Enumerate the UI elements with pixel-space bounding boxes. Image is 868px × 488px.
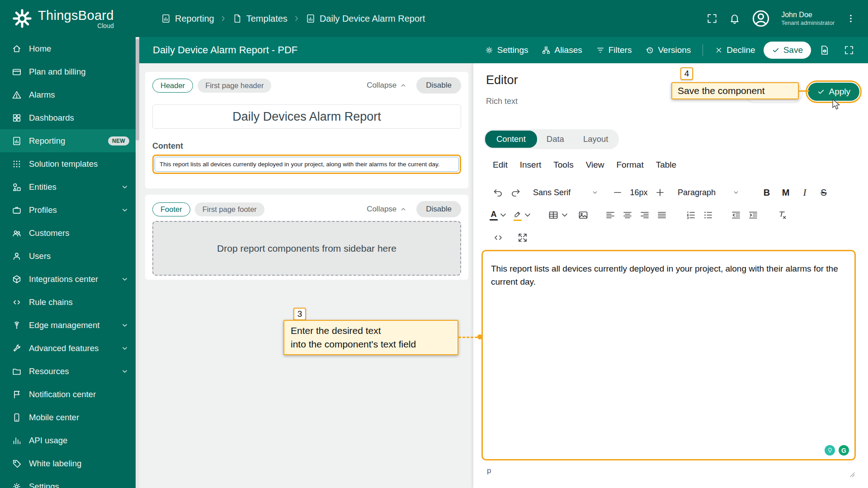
richtext-content[interactable]: This report lists all devices currently …	[483, 251, 854, 289]
breadcrumb-templates[interactable]: Templates	[232, 14, 288, 24]
sidebar-item-users[interactable]: Users	[0, 244, 136, 267]
brand[interactable]: ThingsBoard Cloud	[0, 8, 139, 29]
align-center-button[interactable]	[619, 206, 636, 224]
report-title-component[interactable]: Daily Devices Alarm Report	[152, 104, 461, 129]
avatar[interactable]	[751, 9, 770, 28]
indent-button[interactable]	[745, 206, 762, 224]
footer-tab[interactable]: Footer	[152, 202, 190, 216]
kebab-menu-button[interactable]	[845, 13, 856, 24]
sidebar-item-edge-management[interactable]: Edge management	[0, 314, 136, 337]
font-size-value[interactable]: 16px	[626, 188, 651, 197]
text-color-button[interactable]: A	[490, 210, 498, 221]
versions-button[interactable]: Versions	[640, 42, 696, 58]
sidebar-item-profiles[interactable]: Profiles	[0, 198, 136, 221]
menu-tools[interactable]: Tools	[553, 160, 573, 170]
undo-button[interactable]	[490, 184, 507, 201]
breadcrumb-reporting[interactable]: Reporting	[161, 14, 214, 24]
ordered-list-button[interactable]	[682, 206, 699, 224]
reporting-icon	[12, 136, 22, 146]
clear-formatting-button[interactable]	[774, 206, 791, 224]
strikethrough-button[interactable]: S	[816, 188, 831, 198]
source-code-button[interactable]	[490, 229, 507, 246]
sidebar-item-integrations-center[interactable]: Integrations center	[0, 267, 136, 291]
sidebar-item-label: White labeling	[29, 459, 81, 469]
pdf-preview-button[interactable]	[814, 42, 835, 58]
settings-button[interactable]: Settings	[479, 42, 534, 58]
insert-image-button[interactable]	[575, 206, 592, 224]
italic-button[interactable]: I	[797, 187, 812, 198]
aliases-button[interactable]: Aliases	[536, 42, 587, 58]
decline-button[interactable]: Decline	[709, 42, 760, 58]
content-text-component[interactable]: This report lists all devices currently …	[152, 155, 461, 174]
billing-icon	[12, 67, 22, 77]
resize-grip[interactable]	[848, 470, 856, 478]
menu-format[interactable]: Format	[616, 160, 643, 170]
paragraph-select[interactable]: Paragraph	[675, 188, 743, 197]
sidebar-item-home[interactable]: Home	[0, 37, 136, 60]
fullscreen-button[interactable]	[706, 13, 718, 24]
sidebar-item-white-labeling[interactable]: White labeling	[0, 452, 136, 475]
sidebar-item-dashboards[interactable]: Dashboards	[0, 106, 136, 129]
tab-content[interactable]: Content	[485, 131, 537, 148]
menu-edit[interactable]: Edit	[493, 160, 508, 170]
align-center-icon	[622, 210, 633, 221]
font-size-increase-button[interactable]	[651, 184, 669, 201]
disable-header-button[interactable]: Disable	[416, 77, 461, 94]
highlight-color-caret[interactable]	[522, 206, 533, 224]
font-family-select[interactable]: Sans Serif	[530, 188, 602, 197]
filters-button[interactable]: Filters	[590, 42, 637, 58]
editor-fullscreen-button[interactable]	[514, 229, 531, 246]
outdent-button[interactable]	[727, 206, 745, 224]
chevron-down-icon	[732, 188, 740, 197]
collapse-header-button[interactable]: Collapse	[367, 81, 407, 90]
first-page-footer-tab[interactable]: First page footer	[195, 202, 264, 216]
save-label: Save	[783, 45, 803, 55]
sidebar-item-api-usage[interactable]: API usage	[0, 429, 136, 452]
font-size-decrease-button[interactable]	[609, 184, 626, 201]
expand-editor-button[interactable]	[838, 42, 860, 58]
sidebar-item-notification-center[interactable]: Notification center	[0, 383, 136, 406]
sidebar-item-rule-chains[interactable]: Rule chains	[0, 291, 136, 314]
tab-data[interactable]: Data	[537, 131, 574, 148]
grammarly-icon[interactable]: G	[839, 445, 849, 455]
sidebar-item-alarms[interactable]: Alarms	[0, 83, 136, 106]
content-text-value[interactable]: This report lists all devices currently …	[155, 157, 459, 172]
tab-layout[interactable]: Layout	[574, 131, 618, 148]
sidebar-scrollbar[interactable]	[136, 37, 139, 488]
sidebar-item-reporting[interactable]: Reporting NEW	[0, 129, 136, 152]
apply-button[interactable]: Apply	[808, 83, 859, 101]
redo-button[interactable]	[507, 184, 524, 201]
sidebar-item-customers[interactable]: Customers	[0, 221, 136, 244]
bullet-list-button[interactable]	[699, 206, 717, 224]
editor-decline-button[interactable]	[745, 84, 802, 103]
markdown-button[interactable]: M	[778, 188, 793, 198]
menu-table[interactable]: Table	[656, 160, 676, 170]
sidebar-scrollbar-thumb[interactable]	[136, 39, 139, 141]
sidebar-item-settings[interactable]: Settings	[0, 475, 136, 488]
footer-dropzone[interactable]: Drop report components from sidebar here	[152, 221, 461, 276]
align-justify-button[interactable]	[653, 206, 670, 224]
breadcrumb-current[interactable]: Daily Device Alarm Report	[306, 14, 425, 24]
bold-button[interactable]: B	[759, 188, 774, 198]
sidebar-item-entities[interactable]: Entities	[0, 175, 136, 198]
save-button[interactable]: Save	[764, 42, 811, 59]
header-tab[interactable]: Header	[152, 79, 193, 93]
collapse-footer-button[interactable]: Collapse	[367, 205, 407, 214]
sidebar-item-advanced-features[interactable]: Advanced features	[0, 337, 136, 360]
disable-footer-button[interactable]: Disable	[416, 201, 461, 217]
richtext-content-area[interactable]: This report lists all devices currently …	[481, 250, 856, 460]
notifications-button[interactable]	[729, 13, 741, 24]
sidebar-item-resources[interactable]: Resources	[0, 360, 136, 383]
sidebar-item-mobile-center[interactable]: Mobile center	[0, 406, 136, 429]
first-page-header-tab[interactable]: First page header	[198, 79, 271, 93]
menu-view[interactable]: View	[586, 160, 604, 170]
table-caret[interactable]	[559, 206, 570, 224]
grammarly-tone-icon[interactable]	[825, 445, 835, 455]
align-left-button[interactable]	[602, 206, 619, 224]
highlight-color-button[interactable]	[513, 210, 522, 221]
sidebar-item-plan-and-billing[interactable]: Plan and billing	[0, 60, 136, 83]
menu-insert[interactable]: Insert	[520, 160, 542, 170]
align-right-button[interactable]	[636, 206, 653, 224]
text-color-caret[interactable]	[498, 206, 509, 224]
sidebar-item-solution-templates[interactable]: Solution templates	[0, 152, 136, 175]
